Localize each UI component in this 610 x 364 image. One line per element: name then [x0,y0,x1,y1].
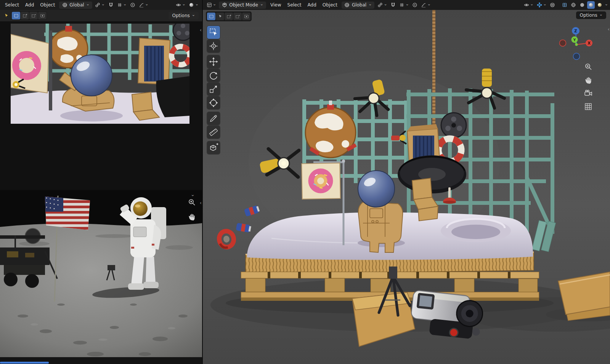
select-mode-extend-button[interactable] [225,13,233,20]
menu-add[interactable]: Add [22,1,37,9]
collapse-arrow-icon[interactable]: ‹ [200,201,202,205]
pivot-point-dropdown[interactable]: ⌄ [376,2,388,9]
main-options-button[interactable]: Options ⌄ [576,11,606,19]
tool-rotate[interactable] [207,69,220,82]
chevron-down-icon: ⌄ [605,3,608,6]
tool-annotate[interactable] [207,112,220,125]
mode-dropdown[interactable]: Object Mode ⌄ [219,2,266,9]
chevron-down-icon: ⌄ [260,3,263,6]
chevron-down-icon: ⌄ [384,3,387,6]
chevron-down-icon: ⌄ [123,3,127,6]
visibility-dropdown[interactable]: ⌄ [175,2,187,9]
transform-orientation-dropdown[interactable]: Global ⌄ [59,2,92,9]
show-gizmos-dropdown[interactable]: ⌄ [536,2,548,9]
object-mode-icon [222,2,227,8]
scene-object-changing-booth[interactable] [138,38,170,85]
select-mode-tweak-button[interactable] [216,13,224,20]
pan-hand-button[interactable] [583,75,593,85]
navigation-gizmo[interactable]: Y Z X [559,26,594,62]
camera-options-button[interactable]: Options ⌄ [169,12,199,19]
visibility-dropdown[interactable]: ⌄ [522,2,535,9]
image-area-scrollbar[interactable] [0,362,49,364]
tool-transform[interactable] [207,96,220,109]
options-label: Options [172,13,189,18]
main-viewport-area: ⌄ Object Mode ⌄ View Select Add Object G… [203,0,610,364]
render-preview-image[interactable] [11,24,189,124]
snap-settings-dropdown[interactable]: ⌄ [398,2,410,9]
menu-select[interactable]: Select [2,1,22,9]
gizmo-z-label: Z [574,29,577,33]
image-zoom-button[interactable] [187,197,197,207]
proportional-edit-toggle[interactable] [411,2,419,9]
tool-move[interactable] [207,55,220,68]
camera-view-button[interactable] [583,88,593,98]
select-mode-set-button[interactable] [207,13,215,20]
select-mode-subtract-button[interactable] [29,12,38,19]
options-label: Options [580,13,597,18]
chevron-down-icon: ⌄ [213,3,216,6]
camera-viewport-area: Select Add Object Global ⌄ ⌄ [0,0,203,190]
chevron-down-icon: ⌄ [192,13,195,16]
transform-orientation-dropdown[interactable]: Global ⌄ [342,2,375,9]
scene-object-film-reel[interactable] [441,113,466,138]
menu-object[interactable]: Object [37,1,58,9]
tool-select-box[interactable] [207,26,220,39]
tool-cursor[interactable] [207,40,220,53]
viewport-3d[interactable]: Options ⌄ [203,10,610,364]
shading-material-button[interactable] [587,1,595,9]
proportional-circle-icon [412,2,418,8]
editor-type-dropdown[interactable]: ⌄ [205,2,217,9]
chevron-down-icon: ⌄ [368,3,372,6]
tool-add-cube[interactable] [207,141,220,154]
gizmo-neg-z-ball [573,53,580,60]
snap-toggle[interactable] [107,2,115,9]
collapse-arrow-icon[interactable]: ‹ [608,27,610,31]
chevron-down-icon: ⌄ [530,3,533,6]
menu-add[interactable]: Add [305,1,319,9]
tool-measure[interactable] [207,126,220,139]
eye-icon [523,2,529,8]
snap-settings-dropdown[interactable]: ⌄ [116,2,128,9]
tool-scale[interactable] [207,83,220,96]
gizmo-x-label: X [588,41,591,45]
shading-wireframe-button[interactable] [570,1,577,9]
magnet-icon [390,2,396,8]
zoom-button[interactable] [583,62,593,72]
shading-rendered-button[interactable] [596,1,604,9]
orientation-label: Global [352,2,366,8]
image-pan-hand-button[interactable] [187,212,197,222]
select-mode-intersect-button[interactable] [242,13,250,20]
chevron-down-icon: ⌄ [195,3,199,6]
pivot-point-dropdown[interactable]: ⌄ [94,2,106,9]
shading-sphere-icon [189,2,194,8]
proportional-falloff-dropdown[interactable]: ⌄ [420,2,432,9]
scene-object-tape-roll[interactable] [218,230,235,249]
camera-view-content[interactable]: ‹ [0,21,202,190]
shading-dropdown[interactable]: ⌄ [188,2,200,9]
proportional-falloff-dropdown[interactable]: ⌄ [137,2,149,9]
menu-object[interactable]: Object [319,1,340,9]
proportional-edit-toggle[interactable] [128,2,136,9]
shading-solid-button[interactable] [578,1,586,9]
select-mode-set-button[interactable] [12,12,20,19]
proportional-circle-icon [130,2,135,8]
menu-view[interactable]: View [267,1,284,9]
scene-canvas[interactable] [203,10,610,364]
blender-window: Select Add Object Global ⌄ ⌄ [0,0,610,364]
orthographic-grid-button[interactable] [583,102,593,112]
image-tools [187,197,197,222]
select-mode-invert-button[interactable] [38,12,47,19]
toggle-xray-button[interactable] [561,1,568,9]
show-overlays-toggle[interactable] [549,2,557,9]
image-header-collapse-icon[interactable]: ⌄ [191,193,195,196]
select-mode-extend-button[interactable] [21,12,29,19]
collapse-arrow-icon[interactable]: ‹ [200,28,202,32]
camera-viewport-header: Select Add Object Global ⌄ ⌄ [0,0,202,10]
select-mode-subtract-button[interactable] [233,13,242,20]
main-viewport-header: ⌄ Object Mode ⌄ View Select Add Object G… [203,0,610,10]
menu-select[interactable]: Select [284,1,305,9]
select-mode-group [11,11,47,20]
reference-photo-moon-landing[interactable] [0,190,202,364]
scene-object-tire[interactable] [398,155,466,193]
snap-toggle[interactable] [389,2,397,9]
